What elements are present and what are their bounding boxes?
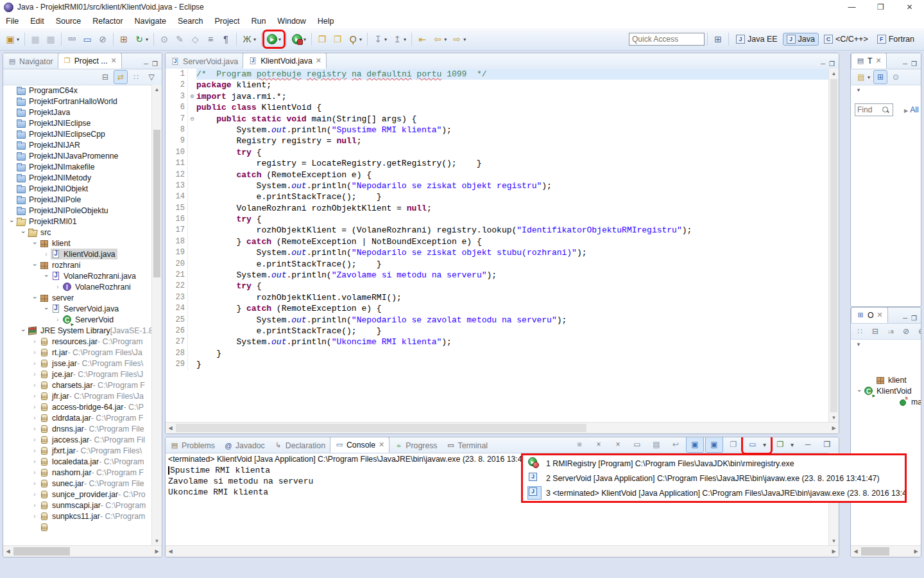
code-line[interactable]: 20 e.printStackTrace(); } bbox=[166, 259, 829, 270]
code-line[interactable]: 10 try { bbox=[166, 147, 829, 158]
scheduled-button[interactable]: ⊙ bbox=[889, 70, 903, 84]
project-tree-item[interactable]: ›rozhrani bbox=[3, 259, 162, 270]
outline-horizontal-scrollbar[interactable]: ◀ ▶ bbox=[851, 545, 921, 557]
chevron-right-icon[interactable]: › bbox=[30, 436, 39, 443]
code-line[interactable]: 8 System.out.println("Spustime RMI klien… bbox=[166, 125, 829, 136]
perspective-java[interactable]: JJava bbox=[783, 33, 819, 46]
project-tree-item[interactable]: ›KlientVoid.java bbox=[3, 249, 162, 259]
task-list-menu-arrow[interactable]: ▼ bbox=[851, 85, 921, 94]
project-tree-item[interactable]: ProjektJNIEclipse bbox=[3, 118, 162, 128]
project-tree-item[interactable]: ›jfr.jar - C:\Program Files\Ja bbox=[3, 390, 162, 401]
chevron-right-icon[interactable]: › bbox=[30, 403, 39, 410]
code-line[interactable]: 14 e.printStackTrace(); } bbox=[166, 191, 829, 202]
project-tree-item[interactable]: ProjektFortranHalloWorld bbox=[3, 96, 162, 107]
chevron-right-icon[interactable]: › bbox=[30, 480, 39, 487]
project-tree-item[interactable]: ›ProjektRMI01 bbox=[3, 216, 162, 227]
code-line[interactable]: 29} bbox=[166, 359, 829, 370]
project-tree-item[interactable]: ›server bbox=[3, 292, 162, 303]
close-tab-icon[interactable]: ✕ bbox=[876, 57, 882, 65]
menu-refactor[interactable]: Refactor bbox=[87, 15, 128, 27]
project-tree-item[interactable]: ›VolaneRozhrani bbox=[3, 281, 162, 292]
minimize-button[interactable]: — bbox=[837, 0, 866, 14]
perspective-cpp[interactable]: C<C/C++> bbox=[820, 33, 872, 46]
console-horizontal-scrollbar[interactable]: ◀ ▶ bbox=[166, 545, 839, 557]
pin-editor-button[interactable]: ⊙ bbox=[157, 32, 171, 46]
new-java-package-button[interactable]: ⊞ bbox=[117, 32, 131, 46]
project-tree-item[interactable]: ProjektJNIObjekt bbox=[3, 183, 162, 194]
show-source-button[interactable]: ≡ bbox=[203, 32, 218, 46]
project-tree-item[interactable]: ›VolaneRozhrani.java bbox=[3, 270, 162, 281]
minimize-view-icon[interactable]: ─ bbox=[142, 59, 150, 69]
remove-all-terminated-button[interactable]: × bbox=[609, 437, 627, 452]
close-tab-icon[interactable]: ✕ bbox=[316, 57, 321, 65]
code-line[interactable]: 9 Registry registry = null; bbox=[166, 136, 829, 146]
code-line[interactable]: 17 rozhObjektKlient = (VolaneRozhrani) r… bbox=[166, 225, 829, 236]
fold-collapse-icon[interactable]: ⊖ bbox=[187, 114, 196, 125]
minimize-view-icon[interactable]: ─ bbox=[901, 313, 909, 323]
project-tree-item[interactable]: ›sunpkcs11.jar - C:\Program bbox=[3, 511, 162, 521]
quick-access-input[interactable] bbox=[629, 33, 705, 46]
code-line[interactable]: 15 VolaneRozhrani rozhObjektKlient = nul… bbox=[166, 203, 829, 214]
explorer-vertical-scrollbar[interactable]: ▲ ▼ bbox=[151, 85, 162, 546]
menu-project[interactable]: Project bbox=[209, 15, 246, 27]
code-line[interactable]: 2package klient; bbox=[166, 80, 829, 91]
hide-fields-button[interactable]: ⊘ bbox=[899, 324, 913, 338]
chevron-right-icon[interactable]: › bbox=[30, 381, 39, 389]
explorer-tab-navigator[interactable]: ▤Navigator bbox=[3, 54, 58, 69]
code-line[interactable]: 12 catch (RemoteException e) { bbox=[166, 170, 829, 180]
outline-item[interactable]: main( bbox=[851, 396, 921, 407]
show-console-view-button[interactable]: ▭ bbox=[80, 32, 94, 46]
project-tree-item[interactable]: ›jce.jar - C:\Program Files\J bbox=[3, 369, 162, 380]
chevron-right-icon[interactable]: › bbox=[30, 338, 39, 345]
chevron-down-icon[interactable]: › bbox=[856, 387, 863, 396]
skip-all-breakpoints-button[interactable]: ⊘ bbox=[96, 32, 110, 46]
binary-editor-button[interactable]: 010 bbox=[65, 32, 79, 46]
back-button[interactable]: ⇦▾ bbox=[431, 32, 449, 46]
outline-tab-o[interactable]: ⊞O✕ bbox=[851, 307, 888, 323]
show-whitespace-button[interactable]: ¶ bbox=[219, 32, 233, 46]
chevron-right-icon[interactable]: › bbox=[30, 414, 39, 421]
link-with-editor-button[interactable]: ⇄ bbox=[114, 70, 128, 84]
minimize-view-button[interactable]: ─ bbox=[799, 437, 817, 452]
chevron-right-icon[interactable]: › bbox=[30, 502, 39, 509]
chevron-down-icon[interactable]: › bbox=[20, 326, 27, 335]
maximize-view-icon[interactable]: ❐ bbox=[909, 313, 919, 323]
format-brush-button[interactable]: ✎ bbox=[173, 32, 187, 46]
previous-annotation-button[interactable]: ↥▾ bbox=[390, 32, 408, 46]
scroll-lock-button[interactable]: ▤ bbox=[647, 437, 665, 452]
chevron-right-icon[interactable]: › bbox=[30, 469, 39, 476]
forward-button[interactable]: ⇨▾ bbox=[450, 32, 468, 46]
chevron-down-icon[interactable]: › bbox=[31, 239, 38, 248]
project-tree-item[interactable]: ›rt.jar - C:\Program Files\Ja bbox=[3, 347, 162, 358]
code-line[interactable]: 7⊖ public static void main(String[] args… bbox=[166, 114, 829, 125]
code-line[interactable]: 6public class KlientVoid { bbox=[166, 102, 829, 113]
code-line[interactable]: 19 System.out.println("Nepodarilo se zis… bbox=[166, 247, 829, 258]
maximize-view-icon[interactable]: ❐ bbox=[827, 59, 837, 69]
tasklist-tab-t[interactable]: ▤T✕ bbox=[851, 53, 887, 69]
debug-button[interactable]: Ж▾ bbox=[240, 32, 258, 46]
code-line[interactable]: 16 try { bbox=[166, 214, 829, 225]
editor-tab-servervoid-java[interactable]: ServerVoid.java bbox=[166, 54, 243, 69]
chevron-right-icon[interactable]: › bbox=[30, 371, 39, 378]
focus-button[interactable]: ∷ bbox=[853, 324, 867, 338]
chevron-right-icon[interactable]: › bbox=[30, 349, 39, 356]
code-line[interactable]: 3⊕import java.rmi.*; bbox=[166, 91, 829, 102]
project-tree-item[interactable] bbox=[3, 521, 162, 532]
console-tab-terminal[interactable]: ▭Terminal bbox=[442, 438, 492, 453]
console-tab-problems[interactable]: ▤Problems bbox=[166, 438, 219, 453]
pin-console-button[interactable]: ▣ bbox=[686, 437, 704, 453]
project-tree-item[interactable]: ›jfxrt.jar - C:\Program Files\ bbox=[3, 445, 162, 456]
code-line[interactable]: 25 System.out.println("Nepodarilo se zav… bbox=[166, 315, 829, 326]
menu-search[interactable]: Search bbox=[172, 15, 209, 27]
word-wrap-button[interactable]: ↩ bbox=[667, 437, 685, 452]
project-tree-item[interactable]: ›JRE System Library [JavaSE-1.8] bbox=[3, 325, 162, 336]
open-console-page-button[interactable]: ❐ bbox=[724, 437, 742, 452]
run-button[interactable]: ▶▾ bbox=[265, 32, 283, 46]
all-link[interactable]: ▶All bbox=[904, 105, 919, 114]
display-selected-console-button[interactable]: ▭▾ bbox=[744, 437, 770, 452]
menu-source[interactable]: Source bbox=[50, 15, 87, 27]
project-tree-item[interactable]: ›nashorn.jar - C:\Program F bbox=[3, 467, 162, 478]
next-annotation-button[interactable]: ↧▾ bbox=[371, 32, 389, 46]
project-tree-item[interactable]: ›jsse.jar - C:\Program Files\ bbox=[3, 358, 162, 369]
project-tree-item[interactable]: ›charsets.jar - C:\Program F bbox=[3, 380, 162, 390]
